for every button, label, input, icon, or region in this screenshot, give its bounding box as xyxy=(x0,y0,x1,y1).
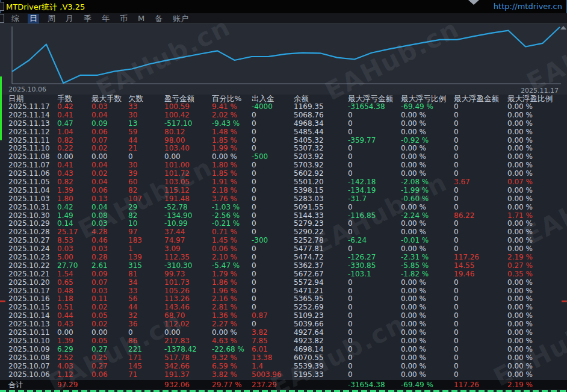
table-row[interactable]: 2025.10.074.030.27145342.666.59 %1.45539… xyxy=(0,362,567,371)
value-cell: 1.18 xyxy=(57,295,91,303)
value-cell: -126.27 xyxy=(348,254,401,262)
value-cell: 5471.21 xyxy=(294,287,348,296)
value-cell: -4000 xyxy=(252,103,294,111)
column-header: 余额 xyxy=(294,95,348,103)
value-cell: 0 xyxy=(252,320,294,329)
table-row[interactable]: 2025.10.278.530.4618374.971.45 %-3005252… xyxy=(0,237,567,245)
table-row[interactable]: 2025.10.101.390.0586217.834.63 %7.854923… xyxy=(0,337,567,346)
value-cell: 0 xyxy=(252,195,294,204)
value-cell: 74.97 xyxy=(164,237,212,245)
chart-scroll-arrow-icon[interactable] xyxy=(560,26,566,30)
value-cell: 0 xyxy=(348,204,401,212)
menu-item-4[interactable]: 月 xyxy=(64,14,75,23)
value-cell: 0.04 xyxy=(91,204,128,212)
table-row[interactable]: 2025.11.170.420.0333100.599.41 %-4000116… xyxy=(0,103,567,111)
table-row[interactable]: 2025.10.130.430.0236112.022.27 %05039.66… xyxy=(0,320,567,329)
table-row[interactable]: 2025.11.110.820.074498.001.85 %05405.32-… xyxy=(0,137,567,145)
value-cell: 0.00 % xyxy=(507,153,562,161)
value-cell: 0.02 xyxy=(91,320,128,329)
value-cell: 0 xyxy=(348,295,401,303)
table-row[interactable]: 2025.10.290.140.0310-10.99-0.21 %05279.2… xyxy=(0,220,567,228)
value-cell: 0 xyxy=(454,312,507,320)
value-cell: 5485.44 xyxy=(294,128,348,137)
date-cell: 2025.11.17 xyxy=(8,103,57,111)
value-cell: 5279.23 xyxy=(294,220,348,228)
table-row[interactable]: 2025.11.050.820.0460103.051.91 %05501.20… xyxy=(0,178,567,187)
value-cell: 5003.96 xyxy=(252,371,294,379)
date-cell: 2025.10.07 xyxy=(8,362,57,371)
value-cell: 36 xyxy=(128,320,164,329)
value-cell: 0.00 % xyxy=(507,354,562,362)
table-row[interactable]: 2025.10.301.490.0882-134.90-2.56 %05144.… xyxy=(0,212,567,220)
table-row[interactable]: 2025.11.130.470.0913-517.10-9.43 %04968.… xyxy=(0,120,567,128)
table-row[interactable]: 2025.10.310.420.0429-52.78-1.03 %05091.5… xyxy=(0,204,567,212)
menu-item-10[interactable]: 账户 xyxy=(171,14,190,23)
value-cell: 217.83 xyxy=(164,337,212,346)
value-cell: 115.12 xyxy=(164,187,212,195)
splitter-handle-icon[interactable] xyxy=(468,0,479,5)
table-row[interactable]: 2025.10.150.510.0244143.462.81 %05252.69… xyxy=(0,303,567,312)
table-row[interactable]: 2025.11.121.040.065980.121.48 %05485.440… xyxy=(0,128,567,137)
menu-item-3[interactable]: 周 xyxy=(46,14,57,23)
value-cell: 143.46 xyxy=(164,303,212,312)
table-row[interactable]: 2025.10.240.030.0313.090.06 %05477.8100.… xyxy=(0,245,567,254)
value-cell: 0.00 % xyxy=(401,279,454,287)
table-row[interactable]: 2025.10.170.480.0333105.261.96 %05471.21… xyxy=(0,287,567,296)
value-cell: 0 xyxy=(348,245,401,254)
menu-item-8[interactable]: M xyxy=(136,14,146,23)
table-row[interactable]: 2025.11.041.390.0682115.122.18 %05398.15… xyxy=(0,187,567,195)
value-cell: 0 xyxy=(348,111,401,120)
table-row[interactable]: 2025.10.235.000.28139112.352.10 %05474.7… xyxy=(0,254,567,262)
date-cell: 2025.10.10 xyxy=(8,337,57,346)
value-cell: 4.03 xyxy=(57,362,91,371)
menu-item-9[interactable]: 备 xyxy=(153,14,164,23)
value-cell: 0.05 xyxy=(91,337,128,346)
value-cell: 0 xyxy=(454,329,507,337)
table-row[interactable]: 2025.11.070.410.0430101.001.80 %05703.92… xyxy=(0,161,567,170)
value-cell: 1.85 % xyxy=(212,137,252,145)
table-row[interactable]: 2025.10.200.650.0734101.731.86 %05572.94… xyxy=(0,279,567,287)
table-row[interactable]: 2025.11.080.000.0000.000.00 %-5005203.92… xyxy=(0,153,567,161)
menu-item-7[interactable]: 币 xyxy=(118,14,129,23)
menu-item-6[interactable]: 年 xyxy=(100,14,111,23)
equity-chart-panel[interactable]: 2025.10.06 2025.11.17 xyxy=(0,24,567,95)
table-row[interactable]: 2025.10.140.440.053268.701.36 %0.875109.… xyxy=(0,312,567,320)
table-row[interactable]: 2025.10.082.520.25171517.789.32 %13.3860… xyxy=(0,354,567,362)
table-row[interactable]: 2025.11.140.410.0430100.422.02 %05068.76… xyxy=(0,111,567,120)
value-cell: -134.19 xyxy=(348,187,401,195)
value-cell: 0 xyxy=(454,137,507,145)
value-cell: 0.00 % xyxy=(507,204,562,212)
table-row[interactable]: 2025.10.2227.702.61315-310.30-5.47 %0536… xyxy=(0,262,567,270)
value-cell: 1.12 xyxy=(57,371,91,379)
value-cell: 191.37 xyxy=(164,371,212,379)
table-row[interactable]: 2025.10.096.290.27221-1378.42-22.68 %6.0… xyxy=(0,346,567,354)
value-cell: 0.09 xyxy=(91,120,128,128)
value-cell: 0.00 % xyxy=(507,170,562,178)
value-cell: 3.67 xyxy=(454,178,507,187)
value-cell: -103.1 xyxy=(348,270,401,279)
table-row[interactable]: 2025.10.2825.174.289737.440.71 %05290.22… xyxy=(0,228,567,237)
vendor-url-link[interactable]: http://mtdriver.cn xyxy=(494,2,562,11)
table-row[interactable]: 2025.10.161.180.1156113.262.16 %05365.95… xyxy=(0,295,567,303)
date-cell: 2025.10.14 xyxy=(8,312,57,320)
value-cell: 113.26 xyxy=(164,295,212,303)
value-cell: 0.27 % xyxy=(507,262,562,270)
table-row[interactable]: 2025.10.110.000.0000.000.00 %3.824927.64… xyxy=(0,329,567,337)
value-cell: 1.39 xyxy=(57,337,91,346)
date-cell: 2025.10.20 xyxy=(8,279,57,287)
table-row[interactable]: 2025.10.211.540.098199.731.79 %05672.67-… xyxy=(0,270,567,279)
menu-item-1[interactable]: 综 xyxy=(10,14,21,23)
value-cell: 0.00 % xyxy=(401,320,454,329)
value-cell: 0.00 % xyxy=(401,170,454,178)
menu-item-2[interactable]: 日 xyxy=(28,14,39,23)
value-cell: 0.00 xyxy=(91,329,128,337)
menu-item-5[interactable]: 季 xyxy=(82,14,93,23)
value-cell: 0.41 xyxy=(57,161,91,170)
table-row[interactable]: 2025.10.061.120.0671191.373.82 %5003.965… xyxy=(0,371,567,379)
table-row[interactable]: 2025.11.100.220.0221103.401.99 %05307.32… xyxy=(0,145,567,153)
value-cell: 0.00 % xyxy=(401,371,454,379)
table-row[interactable]: 2025.11.060.430.0239101.721.85 %05602.92… xyxy=(0,170,567,178)
value-cell: 6.01 xyxy=(252,346,294,354)
table-row[interactable]: 2025.11.031.800.13107191.483.76 %05283.0… xyxy=(0,195,567,204)
value-cell: 0.11 xyxy=(91,295,128,303)
